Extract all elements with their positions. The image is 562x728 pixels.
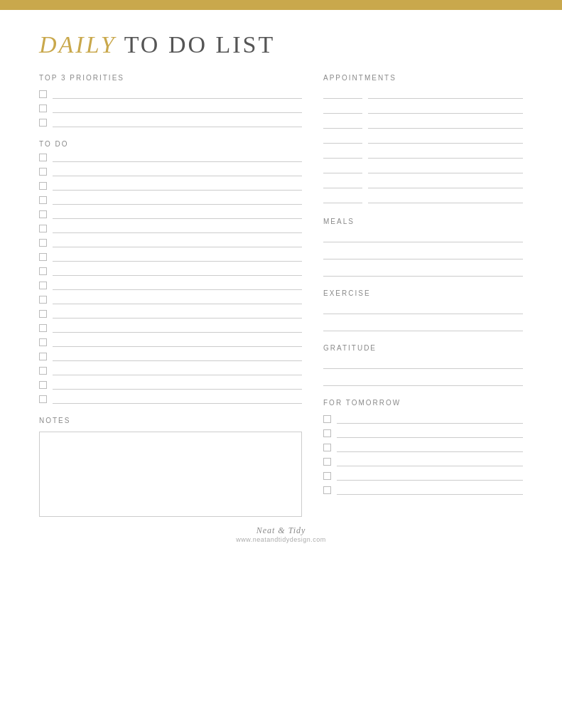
- tomorrow-checkbox[interactable]: [323, 486, 331, 494]
- appointment-item: [323, 178, 523, 188]
- gold-bar: [0, 0, 562, 10]
- meals-label: MEALS: [323, 218, 523, 225]
- notes-section: NOTES: [39, 417, 302, 517]
- left-column: TOP 3 PRIORITIES T: [39, 74, 302, 517]
- tomorrow-item: [323, 471, 523, 481]
- todo-item: [39, 309, 302, 318]
- tomorrow-item: [323, 485, 523, 495]
- todo-item: [39, 152, 302, 162]
- tomorrow-item: [323, 414, 523, 424]
- for-tomorrow-label: FOR TOMORROW: [323, 399, 523, 407]
- todo-item: [39, 252, 302, 262]
- priority-checkbox-1[interactable]: [39, 90, 47, 98]
- todo-item: [39, 209, 302, 219]
- todo-checkbox[interactable]: [39, 182, 47, 190]
- todo-checkbox[interactable]: [39, 324, 47, 332]
- appointment-item: [323, 164, 523, 173]
- gratitude-line: [323, 359, 523, 369]
- todo-checkbox[interactable]: [39, 381, 47, 389]
- gratitude-label: GRATITUDE: [323, 344, 523, 352]
- todo-item: [39, 237, 302, 247]
- todo-checkbox[interactable]: [39, 154, 47, 161]
- todo-checkbox[interactable]: [39, 367, 47, 375]
- tomorrow-checkbox[interactable]: [323, 415, 331, 423]
- appointment-item: [323, 119, 523, 129]
- todo-item: [39, 323, 302, 333]
- appointment-item: [323, 104, 523, 114]
- priority-line-3: [53, 117, 302, 127]
- appointment-item: [323, 89, 523, 99]
- tomorrow-checkbox[interactable]: [323, 429, 331, 437]
- appointment-item: [323, 134, 523, 144]
- page-title: DAILY TO DO LIST: [39, 31, 523, 58]
- page: DAILY TO DO LIST TOP 3 PRIORITIES: [0, 0, 562, 728]
- tomorrow-checkbox[interactable]: [323, 444, 331, 451]
- tomorrow-item: [323, 442, 523, 452]
- appointments-label: APPOINTMENTS: [323, 74, 523, 82]
- meal-line: [323, 267, 523, 277]
- meal-line: [323, 232, 523, 242]
- for-tomorrow-section: FOR TOMORROW: [323, 399, 523, 495]
- right-column: APPOINTMENTS MEALS: [323, 74, 523, 517]
- appointment-item: [323, 149, 523, 159]
- todo-checkbox[interactable]: [39, 196, 47, 204]
- tomorrow-checkbox[interactable]: [323, 458, 331, 466]
- todo-checkbox[interactable]: [39, 338, 47, 346]
- todo-item: [39, 223, 302, 233]
- priority-line-1: [53, 89, 302, 99]
- todo-checkbox[interactable]: [39, 353, 47, 360]
- tomorrow-item: [323, 456, 523, 466]
- footer-url: www.neatandtidydesign.com: [39, 536, 523, 543]
- todo-item: [39, 337, 302, 347]
- exercise-label: EXERCISE: [323, 289, 523, 297]
- todo-item: [39, 294, 302, 304]
- todo-item: [39, 394, 302, 404]
- exercise-line: [323, 321, 523, 331]
- todo-checkbox[interactable]: [39, 239, 47, 247]
- priority-item: [39, 117, 302, 127]
- title-rest: TO DO LIST: [117, 31, 275, 58]
- todo-item: [39, 166, 302, 176]
- todo-item: [39, 365, 302, 375]
- priority-line-2: [53, 103, 302, 113]
- todo-checkbox[interactable]: [39, 267, 47, 275]
- todo-checkbox[interactable]: [39, 210, 47, 218]
- todo-item: [39, 280, 302, 290]
- tomorrow-checkbox[interactable]: [323, 472, 331, 480]
- todo-section: TO DO: [39, 140, 302, 404]
- todo-item: [39, 266, 302, 276]
- todo-item: [39, 351, 302, 361]
- title-daily: DAILY: [39, 31, 117, 58]
- notes-label: NOTES: [39, 417, 302, 424]
- todo-item: [39, 380, 302, 390]
- todo-checkbox[interactable]: [39, 253, 47, 261]
- todo-label: TO DO: [39, 140, 302, 148]
- meal-line: [323, 250, 523, 259]
- todo-checkbox[interactable]: [39, 168, 47, 176]
- footer-brand: Neat & Tidy: [39, 525, 523, 536]
- tomorrow-item: [323, 428, 523, 438]
- footer: Neat & Tidy www.neatandtidydesign.com: [39, 517, 523, 550]
- todo-checkbox[interactable]: [39, 310, 47, 318]
- notes-box[interactable]: [39, 432, 302, 517]
- todo-checkbox[interactable]: [39, 395, 47, 403]
- priorities-section: TOP 3 PRIORITIES: [39, 74, 302, 127]
- exercise-section: EXERCISE: [323, 289, 523, 331]
- appointments-section: APPOINTMENTS: [323, 74, 523, 203]
- appointment-item: [323, 193, 523, 203]
- priorities-label: TOP 3 PRIORITIES: [39, 74, 302, 82]
- priority-item: [39, 89, 302, 99]
- todo-checkbox[interactable]: [39, 282, 47, 289]
- priority-item: [39, 103, 302, 113]
- exercise-line: [323, 304, 523, 314]
- todo-checkbox[interactable]: [39, 225, 47, 232]
- gratitude-section: GRATITUDE: [323, 344, 523, 386]
- meals-section: MEALS: [323, 218, 523, 277]
- gratitude-line: [323, 376, 523, 386]
- priority-checkbox-2[interactable]: [39, 105, 47, 112]
- todo-item: [39, 181, 302, 191]
- priority-checkbox-3[interactable]: [39, 119, 47, 127]
- todo-item: [39, 195, 302, 205]
- todo-checkbox[interactable]: [39, 296, 47, 304]
